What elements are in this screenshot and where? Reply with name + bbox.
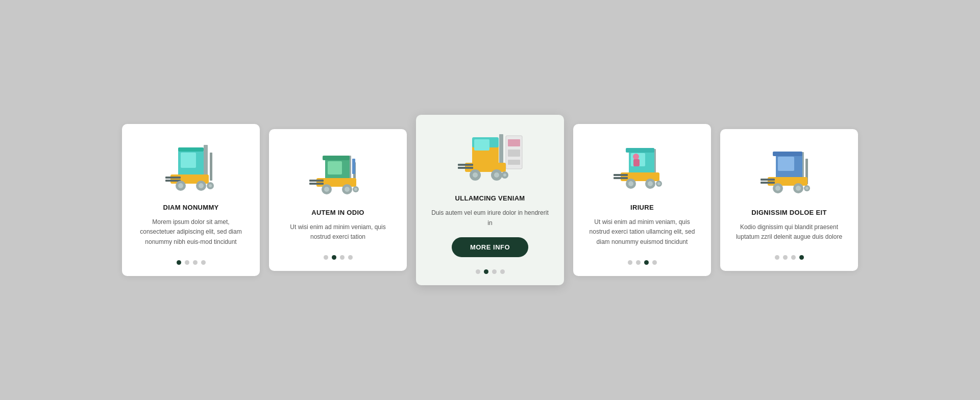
svg-rect-32 (508, 160, 520, 165)
svg-point-27 (354, 188, 357, 191)
svg-point-73 (796, 186, 801, 191)
card-1: DIAM NONUMMY Morem ipsum dolor sit amet,… (122, 124, 260, 276)
dot-3-0 (476, 269, 480, 274)
card-5: DIGNISSIM DOLOE EIT Kodio dignissim qui … (720, 129, 858, 271)
svg-rect-66 (773, 152, 802, 156)
svg-rect-7 (165, 177, 181, 179)
card-1-dots (177, 256, 206, 265)
dot-5-1 (783, 255, 788, 260)
card-1-icon (134, 138, 248, 194)
dot-5-0 (775, 255, 779, 260)
svg-point-25 (345, 187, 350, 192)
svg-rect-1 (210, 153, 212, 181)
svg-point-75 (805, 187, 808, 190)
dot-2-0 (324, 255, 328, 260)
cards-container: DIAM NONUMMY Morem ipsum dolor sit amet,… (91, 94, 889, 305)
svg-rect-39 (458, 167, 473, 169)
svg-point-59 (648, 181, 653, 186)
dot-3-1 (484, 269, 488, 274)
svg-rect-55 (614, 174, 628, 176)
dot-2-1 (332, 255, 336, 260)
svg-rect-65 (778, 157, 794, 171)
dot-2-3 (348, 255, 353, 260)
svg-rect-20 (309, 183, 324, 185)
svg-point-71 (775, 186, 780, 191)
svg-rect-17 (328, 161, 342, 174)
card-3-title: ULLAMCING VENIAM (455, 194, 525, 202)
svg-rect-68 (761, 182, 775, 184)
svg-point-9 (178, 183, 183, 188)
card-3-dots (476, 265, 505, 274)
svg-point-61 (657, 182, 660, 185)
svg-rect-54 (614, 177, 628, 179)
svg-rect-4 (178, 147, 204, 152)
card-2-text: Ut wisi enim ad minim veniam, quis nostr… (281, 222, 395, 242)
svg-rect-69 (761, 179, 775, 181)
card-2-title: AUTEM IN ODIO (311, 209, 364, 216)
svg-rect-53 (621, 172, 659, 181)
svg-point-11 (199, 183, 204, 188)
svg-point-46 (503, 173, 506, 177)
card-5-title: DIGNISSIM DOLOE EIT (751, 209, 826, 216)
dot-2-2 (340, 255, 345, 260)
card-4-title: IRIURE (630, 204, 654, 211)
dot-1-3 (201, 260, 206, 265)
svg-rect-40 (458, 164, 473, 166)
more-info-button[interactable]: MORE INFO (452, 237, 528, 257)
svg-rect-52 (626, 148, 654, 153)
dot-5-3 (799, 255, 804, 260)
dot-1-1 (185, 260, 189, 265)
dot-4-2 (644, 260, 649, 265)
card-4-dots (628, 256, 657, 265)
dot-4-1 (636, 260, 641, 265)
card-3-text: Duis autem vel eum iriure dolor in hendr… (428, 208, 552, 228)
svg-rect-51 (633, 159, 640, 166)
card-5-text: Kodio dignissim qui blandit praesent lup… (732, 222, 846, 242)
svg-point-23 (324, 187, 329, 192)
card-4-text: Ut wisi enim ad minim veniam, quis nostr… (585, 217, 699, 247)
card-3-icon (428, 129, 552, 185)
dot-3-3 (500, 269, 505, 274)
svg-point-42 (473, 172, 478, 178)
svg-rect-18 (323, 156, 350, 160)
card-2: AUTEM IN ODIO Ut wisi enim ad minim veni… (269, 129, 407, 271)
dot-1-0 (177, 260, 181, 265)
card-2-icon (281, 143, 395, 199)
card-5-dots (775, 251, 804, 260)
svg-rect-0 (204, 145, 208, 178)
svg-rect-37 (474, 139, 489, 151)
dot-3-2 (492, 269, 497, 274)
svg-rect-33 (508, 139, 520, 146)
dot-4-3 (652, 260, 657, 265)
svg-point-57 (628, 181, 633, 186)
svg-point-44 (494, 172, 499, 178)
svg-rect-28 (352, 159, 355, 174)
svg-rect-21 (309, 180, 324, 182)
dot-4-0 (628, 260, 632, 265)
card-1-text: Morem ipsum dolor sit amet, consectetuer… (134, 217, 248, 247)
card-4: IRIURE Ut wisi enim ad minim veniam, qui… (573, 124, 711, 276)
card-2-dots (324, 251, 353, 260)
svg-rect-3 (181, 153, 196, 168)
svg-point-50 (633, 154, 639, 160)
dot-5-2 (791, 255, 796, 260)
svg-point-13 (209, 184, 212, 187)
svg-rect-31 (508, 149, 520, 157)
card-3: ULLAMCING VENIAM Duis autem vel eum iriu… (416, 115, 564, 285)
card-4-icon (585, 138, 699, 194)
card-1-title: DIAM NONUMMY (163, 204, 218, 211)
card-5-icon (732, 143, 846, 199)
dot-1-2 (193, 260, 198, 265)
